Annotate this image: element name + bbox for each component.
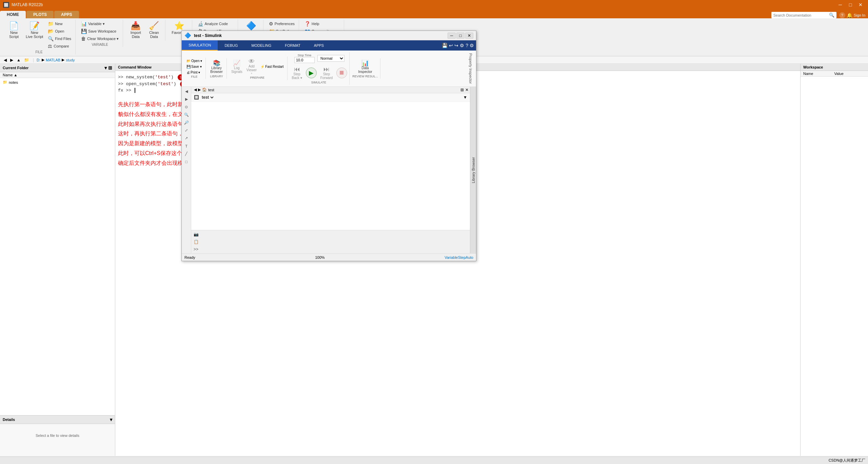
variable-icon: 📊	[81, 21, 87, 26]
preferences-button[interactable]: ⚙ Preferences	[268, 20, 296, 27]
sim-tab-simulation[interactable]: SIMULATION	[182, 40, 218, 51]
nav-back-btn[interactable]: ◀	[3, 57, 8, 63]
sim-tool-zoom-in[interactable]: 🔍	[183, 112, 190, 118]
sim-tab-apps[interactable]: APPS	[307, 40, 331, 51]
sim-canvas-tool-1[interactable]: 📷	[193, 231, 199, 238]
search-input[interactable]	[773, 13, 828, 17]
compare-button[interactable]: ⚖ Compare	[46, 43, 73, 50]
sim-review-group: 📊 DataInspector REVIEW RESUL...	[350, 58, 380, 79]
sim-tool-area[interactable]: □	[183, 158, 190, 165]
sim-tab-format[interactable]: FORMAT	[278, 40, 307, 51]
path-segment-study[interactable]: study	[66, 58, 75, 62]
workspace-name-col: Name	[803, 72, 834, 76]
import-data-button[interactable]: 📥 ImportData	[127, 20, 144, 40]
sim-tool-fit[interactable]: ⤢	[183, 127, 190, 134]
normal-dropdown[interactable]: Normal	[317, 55, 344, 62]
new-button[interactable]: 📁 New	[46, 20, 73, 27]
library-browser-side-panel[interactable]: Library Browser	[470, 87, 476, 253]
tab-home[interactable]: HOME	[0, 11, 26, 18]
sim-tool-arrow[interactable]: ↗	[183, 135, 190, 142]
nav-up-btn[interactable]: ▲	[16, 57, 22, 63]
tab-plots[interactable]: PLOTS	[26, 11, 54, 18]
current-folder-expand-btn[interactable]: ⊞	[108, 65, 112, 71]
sim-add-viewer-button[interactable]: 👁 AddViewer ▾	[245, 57, 258, 76]
name-col-header[interactable]: Name ▲	[3, 73, 17, 77]
sim-tool-text[interactable]: T	[183, 143, 190, 150]
property-inspector-toggle[interactable]: Property Inspector	[468, 52, 473, 85]
sim-tool-line[interactable]: ╱	[183, 151, 190, 157]
simulink-main-area: ◀ ▶ 🏠 test ⊞ ✕ 🔲 test ▼	[191, 87, 470, 253]
sim-tool-zoom-out[interactable]: 🔎	[183, 119, 190, 126]
sim-canvas-tool-3[interactable]: >>	[193, 246, 199, 253]
sim-close-tab-btn[interactable]: ✕	[465, 88, 469, 92]
save-workspace-button[interactable]: 💾 Save Workspace	[80, 28, 120, 35]
close-button[interactable]: ✕	[856, 1, 865, 8]
app-title: MATLAB R2022b	[12, 2, 43, 7]
maximize-button[interactable]: □	[846, 1, 855, 8]
browse-btn[interactable]: 📁	[23, 57, 30, 63]
nav-forward-btn[interactable]: ▶	[9, 57, 14, 63]
sim-tab-modeling[interactable]: MODELING	[245, 40, 278, 51]
sim-nav-back-btn[interactable]: ◀	[194, 88, 197, 92]
find-files-button[interactable]: 🔍 Find Files	[46, 35, 73, 42]
sim-run-button[interactable]: ▶	[306, 67, 317, 78]
variable-group-label: VARIABLE	[92, 43, 108, 46]
sim-close-button[interactable]: ✕	[465, 33, 473, 39]
sim-data-inspector-button[interactable]: 📊 DataInspector	[357, 59, 374, 75]
sim-tool-home[interactable]: ⊙	[183, 104, 190, 111]
clear-workspace-button[interactable]: 🗑 Clear Workspace ▾	[80, 35, 120, 42]
path-segment-d[interactable]: D:	[37, 58, 40, 62]
details-expand-btn[interactable]: ▾	[110, 417, 112, 422]
sim-toolbar-icon-4[interactable]: ⚙	[460, 43, 464, 48]
folder-col-header[interactable]: Name ▲	[0, 72, 115, 78]
sim-fast-restart-button[interactable]: ⚡ Fast Restart	[259, 64, 285, 69]
tab-apps[interactable]: APPS	[54, 11, 79, 18]
new-live-script-button[interactable]: 📝 NewLive Script	[24, 20, 45, 40]
sim-log-signals-button[interactable]: 📈 LogSignals	[230, 59, 244, 75]
current-folder-menu-btn[interactable]: ▾	[104, 65, 107, 71]
sim-canvas-tool-2[interactable]: 📋	[193, 238, 199, 245]
stop-time-control: Stop Time	[293, 53, 316, 64]
model-expand-icon[interactable]: ▼	[463, 95, 467, 100]
simulink-icon: 🔷	[246, 22, 256, 30]
model-breadcrumb-select[interactable]: test	[200, 95, 215, 100]
sim-tab-debug[interactable]: DEBUG	[218, 40, 244, 51]
variable-button[interactable]: 📊 Variable ▾	[80, 20, 120, 27]
minimize-button[interactable]: ─	[835, 1, 845, 8]
sim-minimize-button[interactable]: ─	[448, 33, 456, 39]
folder-item-notes[interactable]: 📁 notes	[0, 79, 115, 85]
sim-open-button[interactable]: 📂 Open ▾	[185, 58, 203, 63]
sim-save-button[interactable]: 💾 Save ▾	[185, 64, 203, 69]
sim-library-browser-button[interactable]: 📚 LibraryBrowser	[209, 59, 224, 75]
sim-toolbar-icon-5[interactable]: ?	[466, 43, 468, 48]
clean-data-button[interactable]: 🧹 CleanData	[145, 20, 162, 40]
sim-maximize-button[interactable]: □	[456, 33, 465, 39]
sim-toolbar-icon-1[interactable]: 💾	[442, 43, 448, 48]
notifications-icon[interactable]: 🔔	[847, 13, 852, 18]
favorites-icon: ⭐	[174, 22, 184, 30]
sign-in-button[interactable]: Sign In	[854, 13, 865, 17]
sim-solver-label[interactable]: VariableStepAuto	[445, 255, 473, 259]
sim-step-forward-button[interactable]: ⏭ StepForward	[319, 65, 335, 81]
path-segment-matlab[interactable]: MATLAB	[46, 58, 60, 62]
sim-tool-nav-back[interactable]: ◀	[183, 88, 190, 95]
sim-nav-forward-btn[interactable]: ▶	[198, 88, 201, 92]
simulink-canvas[interactable]	[191, 102, 470, 230]
search-icon[interactable]: 🔍	[829, 13, 834, 18]
sim-print-button[interactable]: 🖨 Print ▾	[185, 70, 203, 75]
analyze-code-button[interactable]: 🔬 Analyze Code	[196, 20, 235, 27]
stop-time-input[interactable]	[294, 57, 315, 63]
sim-tool-nav-forward[interactable]: ▶	[183, 96, 190, 103]
details-content: Select a file to view details	[0, 431, 115, 440]
sim-undock-btn[interactable]: ⊞	[460, 88, 464, 92]
sim-toolbar-icon-3[interactable]: ↪	[454, 43, 458, 48]
sim-stop-button[interactable]: ⏹	[336, 67, 347, 78]
sim-step-back-button[interactable]: ⏮ StepBack ▾	[290, 65, 304, 81]
help-icon[interactable]: ?	[839, 12, 845, 18]
sim-toolbar-icon-2[interactable]: ↩	[449, 43, 453, 48]
open-button[interactable]: 📂 Open	[46, 28, 73, 35]
sim-toolbar-icon-6[interactable]: ⚙	[470, 43, 474, 48]
sim-left-tools: ◀ ▶ ⊙ 🔍 🔎 ⤢ ↗ T ╱ □	[182, 87, 191, 253]
help-button[interactable]: ❓ Help	[303, 20, 341, 27]
new-script-button[interactable]: 📄 NewScript	[5, 20, 22, 40]
